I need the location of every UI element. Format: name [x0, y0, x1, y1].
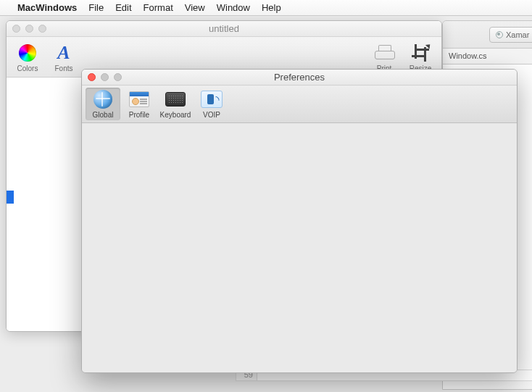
zoom-button[interactable]: [114, 73, 122, 81]
colors-label: Colors: [17, 64, 38, 72]
preferences-titlebar[interactable]: Preferences: [82, 70, 517, 86]
ide-file-tab[interactable]: Window.cs: [443, 49, 532, 64]
minimize-button[interactable]: [101, 73, 109, 81]
profile-card-icon: [129, 91, 149, 107]
menu-help[interactable]: Help: [262, 2, 281, 13]
voip-icon: [201, 91, 223, 108]
menu-edit[interactable]: Edit: [115, 2, 131, 13]
resize-tool[interactable]: Resize: [407, 42, 434, 72]
keyboard-icon: [165, 92, 186, 107]
traffic-lights[interactable]: [12, 25, 46, 33]
editor-title: untitled: [7, 23, 441, 34]
printer-icon: [375, 45, 394, 61]
fonts-tool[interactable]: A Fonts: [50, 42, 78, 72]
tab-global[interactable]: Global: [86, 88, 120, 120]
minimize-button[interactable]: [25, 25, 33, 33]
selection-marker: [7, 191, 14, 204]
preferences-toolbar: Global Profile Keyboard VOIP: [82, 86, 517, 123]
color-wheel-icon: [19, 44, 36, 62]
tab-profile-label: Profile: [129, 111, 149, 119]
close-button[interactable]: [88, 73, 96, 81]
xamarin-icon: [496, 31, 503, 38]
system-menubar: MacWindows File Edit Format View Window …: [0, 0, 532, 16]
zoom-button[interactable]: [38, 25, 46, 33]
menu-window[interactable]: Window: [217, 2, 250, 13]
traffic-lights[interactable]: [88, 73, 122, 81]
close-button[interactable]: [12, 25, 20, 33]
print-tool[interactable]: Print: [370, 42, 398, 72]
font-icon: A: [57, 45, 70, 61]
xamarin-label: Xamar: [506, 30, 529, 39]
globe-icon: [93, 90, 112, 109]
preferences-window: Preferences Global Profile Keyboard VOIP: [81, 69, 518, 373]
xamarin-button[interactable]: Xamar: [489, 27, 532, 43]
menu-view[interactable]: View: [185, 2, 205, 13]
ide-toolbar: Xamar: [443, 21, 532, 49]
fonts-label: Fonts: [54, 64, 72, 72]
preferences-content: [82, 123, 517, 372]
tab-voip[interactable]: VOIP: [194, 88, 229, 120]
preferences-title: Preferences: [82, 72, 517, 83]
tab-voip-label: VOIP: [203, 111, 220, 119]
editor-gutter: [7, 78, 14, 331]
tab-keyboard-label: Keyboard: [160, 111, 191, 119]
tab-global-label: Global: [93, 111, 114, 119]
tab-keyboard[interactable]: Keyboard: [158, 88, 193, 120]
colors-tool[interactable]: Colors: [14, 42, 41, 72]
menu-format[interactable]: Format: [144, 2, 173, 13]
menu-app[interactable]: MacWindows: [17, 2, 77, 13]
editor-titlebar[interactable]: untitled: [7, 21, 441, 37]
tab-profile[interactable]: Profile: [122, 88, 157, 120]
menu-file[interactable]: File: [88, 2, 104, 13]
crop-icon: [412, 44, 429, 62]
